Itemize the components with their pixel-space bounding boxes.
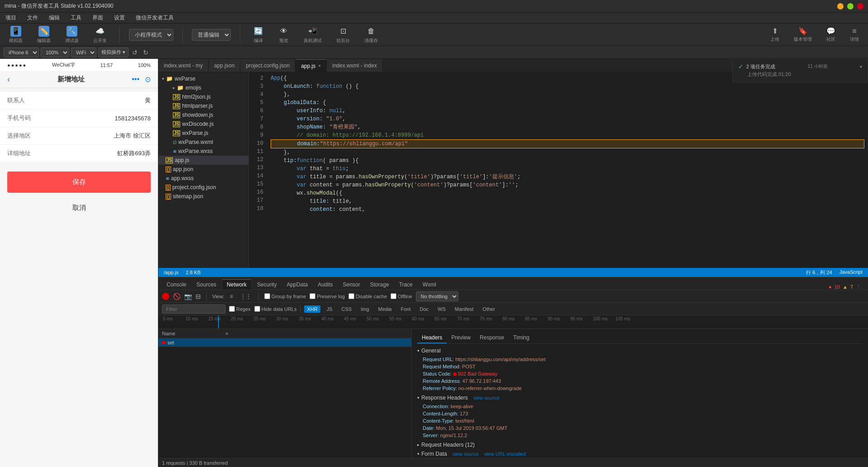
regex-checkbox[interactable] [229,306,235,312]
type-filter-other[interactable]: Other [480,305,498,313]
clear-btn[interactable]: 🗑 清缓存 [361,24,382,46]
filter-icon[interactable]: ⊟ [196,293,201,300]
mode-select[interactable]: 小程序模式 [129,29,173,41]
group-by-frame-checkbox[interactable] [264,293,270,299]
tree-item-html2json[interactable]: JS html2json.js [158,92,248,101]
maximize-btn[interactable]: □ [847,3,854,10]
col-close-header[interactable]: × [225,331,228,336]
debugger-btn[interactable]: 🔧 调试器 [62,24,82,46]
menu-interface[interactable]: 界面 [91,13,105,23]
simulator-btn[interactable]: 📱 模拟器 [5,24,26,46]
detail-tab-timing[interactable]: Timing [509,333,534,343]
save-button[interactable]: 保存 [7,172,151,193]
tree-item-project-config[interactable]: () project.config.json [158,183,248,192]
tree-item-app-wxss[interactable]: ≋ app.wxss [158,174,248,183]
filter-input[interactable] [162,305,225,314]
tree-item-app-js[interactable]: JS app.js [158,156,248,165]
view-source-link[interactable]: view source [473,395,500,400]
editor-btn[interactable]: ✏️ 编辑器 [33,24,54,46]
device-select[interactable]: iPhone 6 [4,48,39,57]
tab-app-js[interactable]: app.js × [296,59,327,72]
community-btn[interactable]: 💬 社区 [823,25,839,44]
tree-item-wxparse-js[interactable]: JS wxParse.js [158,129,248,138]
phone-dots-btn[interactable]: ••• [132,75,139,84]
record-btn[interactable] [162,293,169,300]
hide-data-urls-checkbox[interactable] [254,306,260,312]
tree-item-app-json[interactable]: {} app.json [158,165,248,174]
request-row-set[interactable]: set [158,338,411,347]
close-btn[interactable]: × [857,3,863,10]
general-section-title[interactable]: ▾ General [417,348,863,354]
notif-expand-btn[interactable]: ▾ [860,64,862,69]
real-test-btn[interactable]: 📲 真机调试 [300,24,325,46]
menu-edit[interactable]: 编辑 [47,13,62,23]
tab-app-json[interactable]: app.json [209,59,240,72]
switch-btn[interactable]: ⊡ 切后台 [333,24,353,46]
code-text[interactable]: App({ onLaunch: function () { }, globalD… [267,72,868,268]
menu-file[interactable]: 文件 [25,13,40,23]
request-headers-title[interactable]: ▸ Request Headers (12) [417,442,863,448]
disable-cache-checkbox[interactable] [348,293,354,299]
type-filter-css[interactable]: CSS [339,305,355,313]
devtools-tab-audits[interactable]: Audits [313,280,337,290]
minimize-btn[interactable]: − [837,3,844,10]
type-filter-ws[interactable]: WS [435,305,448,313]
menu-settings[interactable]: 设置 [112,13,127,23]
tree-item-emojis[interactable]: ▸ 📁 emojis [158,83,248,92]
type-filter-img[interactable]: Img [358,305,372,313]
menu-tools[interactable]: 工具 [69,13,83,23]
clear-network-btn[interactable]: 🚫 [173,293,181,300]
preview-btn[interactable]: 👁 预览 [275,24,293,46]
throttle-select[interactable]: No throttling [416,291,458,301]
tree-item-wxdiscode[interactable]: JS wxDiscode.js [158,119,248,129]
devtools-tab-wxml[interactable]: Wxml [418,280,441,290]
devtools-tab-trace[interactable]: Trace [395,280,417,290]
tree-item-sitemap[interactable]: {} sitemap.json [158,192,248,201]
list-view-btn[interactable]: ≡ [228,292,235,300]
menu-wechat-devtools[interactable]: 微信开发者工具 [134,13,176,23]
form-data-title[interactable]: ▾ Form Data view source view URL encoded [417,451,863,457]
type-filter-manifest[interactable]: Manifest [452,305,477,313]
tab-index-wxml-index[interactable]: index.wxml - index [327,59,383,72]
response-headers-title[interactable]: ▾ Response Headers view source [417,395,863,401]
form-view-url-encoded-link[interactable]: view URL encoded [484,451,526,457]
phone-camera-btn[interactable]: ⊙ [145,75,151,84]
phone-back-btn[interactable]: ‹ [7,75,10,84]
compile-select[interactable]: 普通编辑 [192,29,231,41]
tree-item-wxparse-wxml[interactable]: ⊡ wxParse.wxml [158,138,248,147]
devtools-tab-sensor[interactable]: Sensor [339,280,365,290]
devtools-tab-security[interactable]: Security [253,280,281,290]
detail-tab-response[interactable]: Response [475,333,509,343]
camera-btn[interactable]: 📷 [184,293,192,300]
tree-item-wxparse[interactable]: ▾ 📁 wxParse [158,74,248,83]
type-filter-doc[interactable]: Doc [417,305,431,313]
rotate-right-btn[interactable]: ↻ [141,48,150,57]
action-btn[interactable]: 模拟操作 ▾ [98,48,129,57]
type-filter-js[interactable]: JS [324,305,335,313]
type-filter-media[interactable]: Media [376,305,395,313]
devtools-more-icon[interactable]: ⋮ [856,284,861,290]
type-filter-xhr[interactable]: XHR [304,305,320,313]
grid-view-btn[interactable]: ⋮⋮ [238,292,253,300]
rotate-left-btn[interactable]: ↺ [130,48,139,57]
devtools-tab-console[interactable]: Console [162,280,191,290]
form-view-source-link[interactable]: view source [453,451,479,457]
offline-checkbox[interactable] [391,293,396,299]
preserve-log-checkbox[interactable] [310,293,315,299]
devtools-tab-network[interactable]: Network [222,279,252,290]
tab-close-app-js[interactable]: × [318,63,321,68]
detail-tab-preview[interactable]: Preview [447,333,475,343]
tab-index-wxml[interactable]: index.wxml - my [158,59,209,72]
tree-item-wxparse-wxss[interactable]: ≋ wxParse.wxss [158,147,248,156]
detail-tab-headers[interactable]: Headers [417,333,447,343]
more-btn[interactable]: ≡ 详情 [846,25,863,44]
version-btn[interactable]: 🔖 版本管理 [790,25,816,44]
compile-btn[interactable]: 🔄 编译 [249,24,267,46]
network-select[interactable]: WiFi [71,48,96,57]
menu-project[interactable]: 项目 [4,13,18,23]
zoom-select[interactable]: 100% [41,48,69,57]
cloud-btn[interactable]: ☁️ 云开发 [90,24,110,46]
cancel-button[interactable]: 取消 [0,198,158,218]
devtools-tab-storage[interactable]: Storage [366,280,394,290]
devtools-tab-appdata[interactable]: AppData [282,280,312,290]
